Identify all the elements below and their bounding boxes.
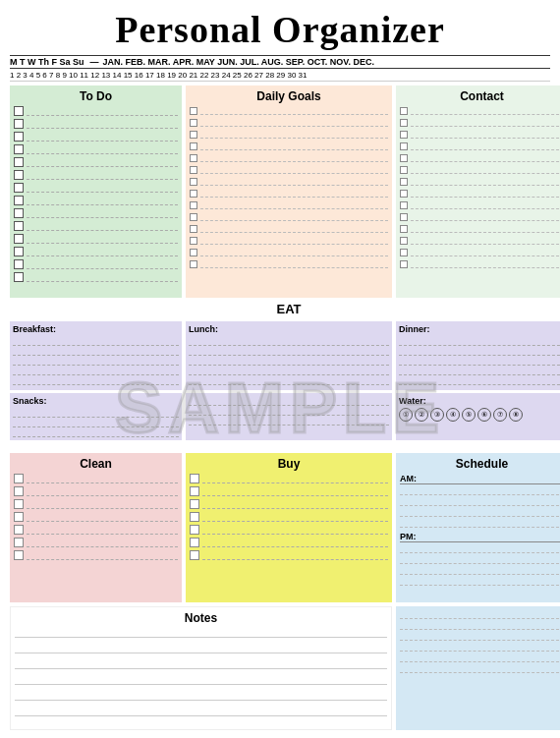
schedule-pm-line[interactable] <box>400 544 560 553</box>
contact-checkbox[interactable] <box>400 131 408 139</box>
todo-item[interactable] <box>14 247 178 256</box>
clean-item[interactable] <box>14 499 178 509</box>
schedule-am-line[interactable] <box>400 486 560 495</box>
todo-checkbox[interactable] <box>14 247 24 256</box>
contact-checkbox[interactable] <box>400 142 408 150</box>
goal-item[interactable] <box>190 212 388 221</box>
goal-checkbox[interactable] <box>190 154 197 162</box>
todo-checkbox[interactable] <box>14 144 24 154</box>
notes-line[interactable] <box>15 691 387 701</box>
clean-checkbox[interactable] <box>14 550 24 560</box>
todo-item[interactable] <box>14 119 178 129</box>
todo-item[interactable] <box>14 106 178 116</box>
goal-item[interactable] <box>190 106 388 115</box>
clean-item[interactable] <box>14 538 178 547</box>
schedule-extra-line[interactable] <box>400 632 560 641</box>
buy-item[interactable] <box>190 499 388 509</box>
todo-checkbox[interactable] <box>14 119 24 129</box>
contact-item[interactable] <box>400 224 560 233</box>
contact-checkbox[interactable] <box>400 237 408 245</box>
clean-item[interactable] <box>14 525 178 535</box>
buy-item[interactable] <box>190 550 388 560</box>
buy-checkbox[interactable] <box>190 538 199 547</box>
contact-item[interactable] <box>400 142 560 150</box>
goal-item[interactable] <box>190 248 388 256</box>
water-circle-2[interactable]: ② <box>415 408 428 422</box>
todo-item[interactable] <box>14 272 178 282</box>
buy-checkbox[interactable] <box>190 486 199 496</box>
contact-checkbox[interactable] <box>400 166 408 174</box>
contact-checkbox[interactable] <box>400 201 408 209</box>
notes-line[interactable] <box>15 628 387 638</box>
goal-item[interactable] <box>190 224 388 233</box>
goal-item[interactable] <box>190 130 388 139</box>
todo-item[interactable] <box>14 132 178 142</box>
goal-checkbox[interactable] <box>190 260 197 268</box>
goal-checkbox[interactable] <box>190 201 197 209</box>
buy-item[interactable] <box>190 474 388 483</box>
goal-item[interactable] <box>190 236 388 245</box>
contact-item[interactable] <box>400 165 560 174</box>
water-circle-6[interactable]: ⑥ <box>477 408 491 422</box>
goal-checkbox[interactable] <box>190 107 197 115</box>
todo-item[interactable] <box>14 157 178 167</box>
goal-item[interactable] <box>190 189 388 198</box>
contact-checkbox[interactable] <box>400 225 408 233</box>
buy-checkbox[interactable] <box>190 550 199 560</box>
buy-checkbox[interactable] <box>190 474 199 483</box>
clean-checkbox[interactable] <box>14 512 24 522</box>
goal-checkbox[interactable] <box>190 225 197 233</box>
goal-item[interactable] <box>190 118 388 127</box>
buy-checkbox[interactable] <box>190 525 199 535</box>
schedule-extra-line[interactable] <box>400 621 560 630</box>
todo-checkbox[interactable] <box>14 196 24 205</box>
clean-checkbox[interactable] <box>14 474 24 483</box>
notes-line[interactable] <box>15 707 387 716</box>
goal-checkbox[interactable] <box>190 142 197 150</box>
todo-checkbox[interactable] <box>14 272 24 282</box>
contact-checkbox[interactable] <box>400 249 408 256</box>
lunch-box[interactable]: Lunch: <box>186 321 392 390</box>
goal-checkbox[interactable] <box>190 249 197 256</box>
contact-checkbox[interactable] <box>400 260 408 268</box>
contact-checkbox[interactable] <box>400 213 408 221</box>
notes-line[interactable] <box>15 644 387 653</box>
snacks-box[interactable]: Snacks: <box>10 393 182 440</box>
contact-checkbox[interactable] <box>400 178 408 186</box>
contact-checkbox[interactable] <box>400 154 408 162</box>
buy-item[interactable] <box>190 512 388 522</box>
schedule-am-line[interactable] <box>400 519 560 528</box>
todo-checkbox[interactable] <box>14 183 24 193</box>
todo-checkbox[interactable] <box>14 170 24 180</box>
contact-checkbox[interactable] <box>400 119 408 127</box>
buy-checkbox[interactable] <box>190 512 199 522</box>
todo-item[interactable] <box>14 183 178 193</box>
todo-checkbox[interactable] <box>14 208 24 218</box>
contact-checkbox[interactable] <box>400 190 408 198</box>
water-circle-8[interactable]: ⑧ <box>509 408 523 422</box>
clean-checkbox[interactable] <box>14 525 24 535</box>
todo-checkbox[interactable] <box>14 234 24 244</box>
todo-checkbox[interactable] <box>14 106 24 116</box>
contact-item[interactable] <box>400 153 560 162</box>
clean-checkbox[interactable] <box>14 486 24 496</box>
todo-checkbox[interactable] <box>14 132 24 142</box>
schedule-pm-line[interactable] <box>400 555 560 564</box>
todo-checkbox[interactable] <box>14 259 24 269</box>
contact-item[interactable] <box>400 189 560 198</box>
buy-item[interactable] <box>190 486 388 496</box>
buy-item[interactable] <box>190 525 388 535</box>
water-circle-4[interactable]: ④ <box>446 408 460 422</box>
contact-item[interactable] <box>400 118 560 127</box>
goal-checkbox[interactable] <box>190 237 197 245</box>
todo-item[interactable] <box>14 170 178 180</box>
snacks-middle[interactable] <box>186 393 392 440</box>
schedule-am-line[interactable] <box>400 508 560 517</box>
todo-item[interactable] <box>14 144 178 154</box>
contact-item[interactable] <box>400 212 560 221</box>
goal-item[interactable] <box>190 259 388 268</box>
clean-checkbox[interactable] <box>14 499 24 509</box>
goal-checkbox[interactable] <box>190 131 197 139</box>
clean-item[interactable] <box>14 512 178 522</box>
notes-line[interactable] <box>15 675 387 685</box>
